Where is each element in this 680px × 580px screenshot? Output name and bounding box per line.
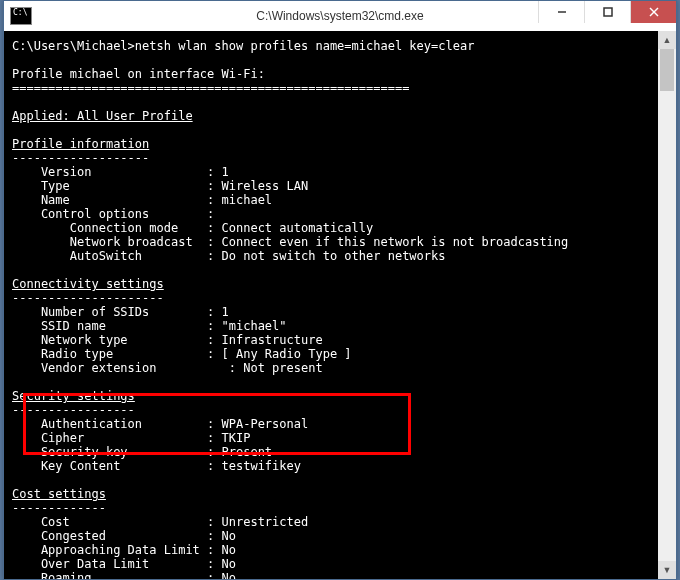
kv-row: Radio type : [ Any Radio Type ]: [12, 347, 352, 361]
kv-row: Control options :: [12, 207, 214, 221]
kv-row: Network broadcast : Connect even if this…: [12, 235, 568, 249]
console-output[interactable]: C:\Users\Michael>netsh wlan show profile…: [4, 31, 658, 579]
kv-row: Roaming : No: [12, 571, 236, 579]
kv-row: Type : Wireless LAN: [12, 179, 308, 193]
section-divider: -----------------: [12, 403, 135, 417]
close-button[interactable]: [630, 1, 676, 23]
kv-row: Name : michael: [12, 193, 272, 207]
kv-row: Number of SSIDs : 1: [12, 305, 229, 319]
console-area: C:\Users\Michael>netsh wlan show profile…: [4, 31, 676, 579]
kv-row: Vendor extension : Not present: [12, 361, 323, 375]
kv-row: Congested : No: [12, 529, 236, 543]
section-divider: -------------------: [12, 151, 149, 165]
section-security-title: Security settings: [12, 389, 135, 403]
kv-row: Key Content : testwifikey: [12, 459, 301, 473]
scroll-thumb[interactable]: [660, 49, 674, 91]
kv-row: Approaching Data Limit : No: [12, 543, 236, 557]
kv-row: Version : 1: [12, 165, 229, 179]
scroll-up-button[interactable]: ▲: [658, 31, 676, 49]
kv-row: Authentication : WPA-Personal: [12, 417, 308, 431]
kv-row: SSID name : "michael": [12, 319, 287, 333]
section-divider: ---------------------: [12, 291, 164, 305]
vertical-scrollbar[interactable]: ▲ ▼: [658, 31, 676, 579]
titlebar[interactable]: C:\ C:\Windows\system32\cmd.exe: [4, 1, 676, 31]
kv-row: Cost : Unrestricted: [12, 515, 308, 529]
cmd-icon: C:\: [10, 7, 32, 25]
divider: ========================================…: [12, 81, 409, 95]
cmd-window: C:\ C:\Windows\system32\cmd.exe C:\Users…: [3, 0, 677, 580]
applied-line: Applied: All User Profile: [12, 109, 193, 123]
scroll-down-button[interactable]: ▼: [658, 561, 676, 579]
scroll-track[interactable]: [658, 49, 676, 561]
kv-row: AutoSwitch : Do not switch to other netw…: [12, 249, 445, 263]
section-cost-title: Cost settings: [12, 487, 106, 501]
minimize-button[interactable]: [538, 1, 584, 23]
section-divider: -------------: [12, 501, 106, 515]
command-text: netsh wlan show profiles name=michael ke…: [135, 39, 475, 53]
svg-rect-1: [604, 8, 612, 16]
kv-row: Security key : Present: [12, 445, 272, 459]
window-controls: [538, 1, 676, 23]
kv-row: Connection mode : Connect automatically: [12, 221, 373, 235]
section-profile-info-title: Profile information: [12, 137, 149, 151]
kv-row: Over Data Limit : No: [12, 557, 236, 571]
kv-row: Network type : Infrastructure: [12, 333, 323, 347]
profile-header: Profile michael on interface Wi-Fi:: [12, 67, 265, 81]
kv-row: Cipher : TKIP: [12, 431, 250, 445]
prompt: C:\Users\Michael>: [12, 39, 135, 53]
maximize-button[interactable]: [584, 1, 630, 23]
section-connectivity-title: Connectivity settings: [12, 277, 164, 291]
